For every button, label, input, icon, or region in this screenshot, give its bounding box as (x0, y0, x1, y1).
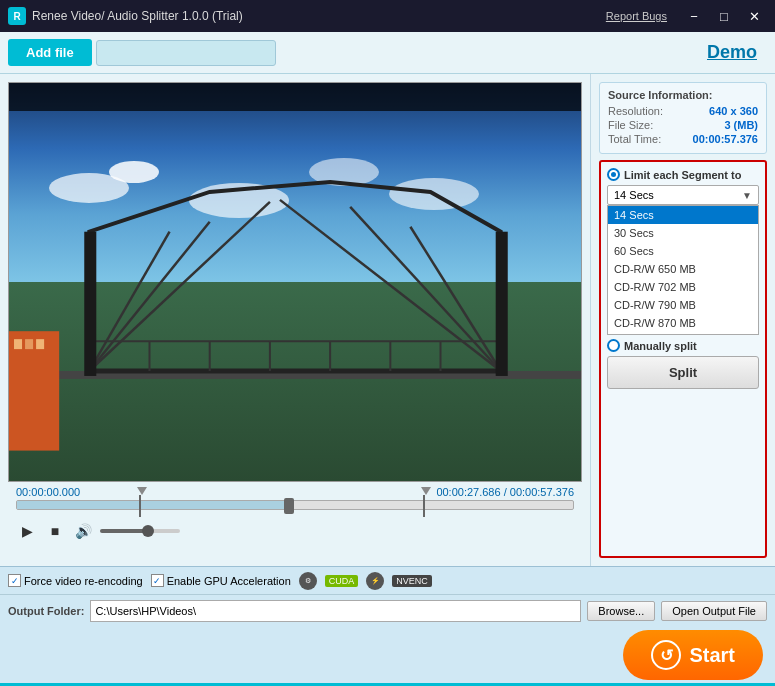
start-row: ↺ Start (0, 627, 775, 683)
nvenc-badge: NVENC (392, 575, 432, 587)
dropdown-selected[interactable]: 14 Secs ▼ (607, 185, 759, 205)
controls-row: ▶ ■ 🔊 (8, 514, 582, 548)
output-row: Output Folder: Browse... Open Output Fil… (0, 595, 775, 627)
limit-segment-option[interactable]: Limit each Segment to (607, 168, 759, 181)
timeline-track[interactable] (16, 500, 574, 510)
title-bar: R Renee Video/ Audio Splitter 1.0.0 (Tri… (0, 0, 775, 32)
totaltime-row: Total Time: 00:00:57.376 (608, 133, 758, 145)
totaltime-value: 00:00:57.376 (693, 133, 758, 145)
dropdown-item-0[interactable]: 14 Secs (608, 206, 758, 224)
dropdown-selected-label: 14 Secs (614, 189, 654, 201)
gpu-accel-item[interactable]: ✓ Enable GPU Acceleration (151, 574, 291, 587)
checkbox-check-icon: ✓ (11, 576, 19, 586)
volume-thumb (142, 525, 154, 537)
right-panel: Source Information: Resolution: 640 x 36… (590, 74, 775, 566)
add-file-button[interactable]: Add file (8, 39, 92, 66)
open-output-button[interactable]: Open Output File (661, 601, 767, 621)
gpu-accel-label: Enable GPU Acceleration (167, 575, 291, 587)
timeline-marker-right[interactable] (423, 495, 433, 517)
gpu-accel-checkbox[interactable]: ✓ (151, 574, 164, 587)
time-display-row: 00:00:00.000 00:00:27.686 / 00:00:57.376 (8, 482, 582, 500)
limit-segment-radio[interactable] (607, 168, 620, 181)
bridge-svg (9, 172, 581, 451)
bottom-top-row: ✓ Force video re-encoding ✓ Enable GPU A… (0, 567, 775, 595)
filesize-row: File Size: 3 (MB) (608, 119, 758, 131)
dropdown-item-4[interactable]: CD-R/W 702 MB (608, 278, 758, 296)
browse-button[interactable]: Browse... (587, 601, 655, 621)
gpu-checkbox-check-icon: ✓ (153, 576, 161, 586)
current-time: 00:00:00.000 (16, 486, 80, 498)
svg-rect-14 (36, 340, 44, 350)
maximize-button[interactable]: □ (711, 6, 737, 26)
play-button[interactable]: ▶ (16, 520, 38, 542)
force-reencode-label: Force video re-encoding (24, 575, 143, 587)
resolution-label: Resolution: (608, 105, 663, 117)
timeline-progress (17, 501, 289, 509)
force-reencode-checkbox[interactable]: ✓ (8, 574, 21, 587)
source-info-title: Source Information: (608, 89, 758, 101)
svg-rect-12 (14, 340, 22, 350)
app-icon: R (8, 7, 26, 25)
manually-split-label: Manually split (624, 340, 697, 352)
file-input[interactable] (96, 40, 276, 66)
dropdown-item-2[interactable]: 60 Secs (608, 242, 758, 260)
dropdown-item-3[interactable]: CD-R/W 650 MB (608, 260, 758, 278)
filesize-value: 3 (MB) (724, 119, 758, 131)
output-path-input[interactable] (90, 600, 581, 622)
demo-label: Demo (707, 42, 767, 63)
close-button[interactable]: ✕ (741, 6, 767, 26)
split-options-section: Limit each Segment to 14 Secs ▼ 14 Secs … (599, 160, 767, 558)
marker-arrow-right (421, 487, 431, 495)
video-player (8, 82, 582, 482)
report-bugs-link[interactable]: Report Bugs (606, 10, 667, 22)
force-reencode-item[interactable]: ✓ Force video re-encoding (8, 574, 143, 587)
svg-rect-9 (84, 232, 96, 376)
split-button[interactable]: Split (607, 356, 759, 389)
dropdown-item-7[interactable]: DVD±/R/W 4.7 GB (608, 332, 758, 335)
filesize-label: File Size: (608, 119, 653, 131)
volume-slider[interactable] (100, 529, 180, 533)
main-content: 00:00:00.000 00:00:27.686 / 00:00:57.376… (0, 74, 775, 566)
manually-split-radio[interactable] (607, 339, 620, 352)
start-button[interactable]: ↺ Start (623, 630, 763, 680)
video-area: 00:00:00.000 00:00:27.686 / 00:00:57.376… (0, 74, 590, 566)
svg-rect-10 (496, 232, 508, 376)
dropdown-list[interactable]: 14 Secs 30 Secs 60 Secs CD-R/W 650 MB CD… (607, 205, 759, 335)
resolution-value: 640 x 360 (709, 105, 758, 117)
title-bar-right: Report Bugs − □ ✕ (606, 6, 767, 26)
dropdown-item-5[interactable]: CD-R/W 790 MB (608, 296, 758, 314)
limit-segment-label: Limit each Segment to (624, 169, 741, 181)
svg-rect-13 (25, 340, 33, 350)
resolution-row: Resolution: 640 x 360 (608, 105, 758, 117)
toolbar: Add file Demo (0, 32, 775, 74)
app-title: Renee Video/ Audio Splitter 1.0.0 (Trial… (32, 9, 243, 23)
minimize-button[interactable]: − (681, 6, 707, 26)
manually-split-option[interactable]: Manually split (607, 339, 759, 352)
dropdown-item-6[interactable]: CD-R/W 870 MB (608, 314, 758, 332)
source-info-section: Source Information: Resolution: 640 x 36… (599, 82, 767, 154)
start-label: Start (689, 644, 735, 667)
segment-dropdown-container[interactable]: 14 Secs ▼ 14 Secs 30 Secs 60 Secs CD-R/W… (607, 185, 759, 335)
cuda-badge: CUDA (325, 575, 359, 587)
marker-arrow-left (137, 487, 147, 495)
nvenc-badge-icon: ⚡ (366, 572, 384, 590)
stop-button[interactable]: ■ (44, 520, 66, 542)
timeline-thumb[interactable] (284, 498, 294, 514)
output-label: Output Folder: (8, 605, 84, 617)
split-time: 00:00:27.686 / 00:00:57.376 (436, 486, 574, 498)
video-top-bar (9, 83, 581, 111)
timeline-container[interactable] (8, 500, 582, 514)
dropdown-arrow-icon: ▼ (742, 190, 752, 201)
radio-dot-selected (611, 172, 616, 177)
volume-button[interactable]: 🔊 (72, 520, 94, 542)
bottom-section: ✓ Force video re-encoding ✓ Enable GPU A… (0, 566, 775, 683)
timeline-marker-left[interactable] (139, 495, 149, 517)
start-icon: ↺ (651, 640, 681, 670)
dropdown-item-1[interactable]: 30 Secs (608, 224, 758, 242)
gpu-badge-icon: ⚙ (299, 572, 317, 590)
title-bar-left: R Renee Video/ Audio Splitter 1.0.0 (Tri… (8, 7, 243, 25)
totaltime-label: Total Time: (608, 133, 661, 145)
